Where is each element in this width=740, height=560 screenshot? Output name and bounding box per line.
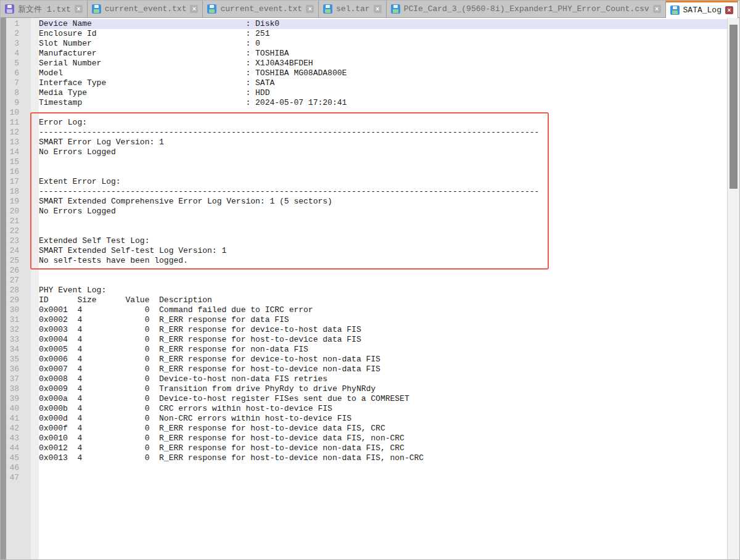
editor-line[interactable]: ID Size Value Description bbox=[39, 295, 727, 305]
tab-sata-log[interactable]: SATA_Log× bbox=[666, 1, 738, 18]
editor-line[interactable]: 0x0004 4 0 R_ERR response for host-to-de… bbox=[39, 335, 727, 345]
line-number: 7 bbox=[6, 78, 31, 88]
editor-line[interactable]: Timestamp : 2024-05-07 17:20:41 bbox=[39, 98, 727, 108]
line-number: 14 bbox=[6, 147, 31, 157]
editor-line[interactable]: 0x000f 4 0 R_ERR response for host-to-de… bbox=[39, 424, 727, 434]
line-number: 45 bbox=[6, 453, 31, 463]
line-number: 28 bbox=[6, 286, 31, 295]
tab-close-icon[interactable]: × bbox=[190, 5, 198, 13]
text-editor-window: 新文件 1.txt×current_event.txt×current_even… bbox=[0, 0, 740, 560]
editor-line[interactable]: 0x0008 4 0 Device-to-host non-data FIS r… bbox=[39, 374, 727, 384]
editor-line[interactable]: 0x0006 4 0 R_ERR response for device-to-… bbox=[39, 355, 727, 364]
editor-line[interactable]: 0x0013 4 0 R_ERR response for host-to-de… bbox=[39, 453, 727, 463]
editor-line[interactable]: No self-tests have been logged. bbox=[39, 256, 727, 266]
line-number: 6 bbox=[6, 68, 31, 78]
editor-line[interactable]: SMART Extended Self-test Log Version: 1 bbox=[39, 246, 727, 256]
vertical-scrollbar[interactable] bbox=[727, 18, 739, 559]
line-number: 27 bbox=[6, 276, 31, 286]
tab-close-icon[interactable]: × bbox=[374, 5, 382, 13]
editor-line[interactable] bbox=[39, 226, 727, 236]
editor-line[interactable]: SMART Extended Comprehensive Error Log V… bbox=[39, 197, 727, 207]
editor-line[interactable]: 0x0002 4 0 R_ERR response for data FIS bbox=[39, 315, 727, 325]
editor-line[interactable]: 0x0012 4 0 R_ERR response for host-to-de… bbox=[39, 443, 727, 453]
editor-line[interactable]: Manufacturer : TOSHIBA bbox=[39, 49, 727, 59]
editor-line[interactable]: Error Log: bbox=[39, 118, 727, 128]
editor-line[interactable]: SMART Error Log Version: 1 bbox=[39, 138, 727, 147]
floppy-label bbox=[7, 9, 12, 13]
floppy-disk-icon bbox=[670, 6, 680, 15]
tab-close-icon[interactable]: × bbox=[306, 5, 314, 13]
floppy-shutter bbox=[94, 5, 99, 8]
line-number: 44 bbox=[6, 443, 31, 453]
floppy-disk-icon bbox=[5, 4, 14, 14]
editor-line[interactable]: Model : TOSHIBA MG08ADA800E bbox=[39, 68, 727, 78]
floppy-label bbox=[325, 9, 331, 13]
editor-line[interactable]: Serial Number : X1J0A34BFDEH bbox=[39, 59, 727, 68]
editor-line[interactable]: Enclosure Id : 251 bbox=[39, 29, 727, 39]
line-number: 22 bbox=[6, 226, 31, 236]
line-number: 26 bbox=[6, 266, 31, 276]
line-number: 12 bbox=[6, 128, 31, 138]
editor-line[interactable]: 0x0003 4 0 R_ERR response for device-to-… bbox=[39, 325, 727, 335]
floppy-disk-icon bbox=[323, 4, 332, 14]
floppy-label bbox=[672, 10, 678, 14]
editor-line[interactable]: ----------------------------------------… bbox=[39, 187, 727, 197]
text-content[interactable]: Device Name : Disk0Enclosure Id : 251Slo… bbox=[39, 18, 727, 559]
editor-line[interactable]: PHY Event Log: bbox=[39, 286, 727, 295]
editor-line[interactable]: 0x0007 4 0 R_ERR response for host-to-de… bbox=[39, 364, 727, 374]
tab-label: PCIe_Card_3_(9560-8i)_Expander1_PHY_Erro… bbox=[404, 4, 649, 14]
tab-close-icon[interactable]: × bbox=[653, 5, 661, 13]
line-number: 29 bbox=[6, 295, 31, 305]
editor-line[interactable] bbox=[39, 167, 727, 177]
editor-line[interactable]: Slot Number : 0 bbox=[39, 39, 727, 49]
editor-line[interactable]: 0x0009 4 0 Transition from drive PhyRdy … bbox=[39, 384, 727, 394]
floppy-disk-icon bbox=[391, 4, 400, 14]
editor-line[interactable] bbox=[39, 276, 727, 286]
line-number: 2 bbox=[6, 29, 31, 39]
floppy-label bbox=[393, 9, 398, 13]
editor-line[interactable]: 0x000b 4 0 CRC errors within host-to-dev… bbox=[39, 404, 727, 414]
editor-line[interactable]: Media Type : HDD bbox=[39, 88, 727, 98]
editor-line[interactable] bbox=[39, 216, 727, 226]
editor-line[interactable]: 0x000a 4 0 Device-to-host register FISes… bbox=[39, 394, 727, 404]
editor-line[interactable]: No Errors Logged bbox=[39, 147, 727, 157]
line-number: 16 bbox=[6, 167, 31, 177]
line-number: 24 bbox=[6, 246, 31, 256]
editor-line[interactable] bbox=[39, 157, 727, 167]
tab-label: current_event.txt bbox=[220, 4, 302, 14]
editor-line[interactable]: Device Name : Disk0 bbox=[39, 19, 727, 29]
editor-line[interactable]: Interface Type : SATA bbox=[39, 78, 727, 88]
editor-area: 1234567891011121314151617181920212223242… bbox=[1, 18, 739, 559]
tab-current-event-txt[interactable]: current_event.txt× bbox=[203, 1, 319, 17]
editor-line[interactable]: 0x0001 4 0 Command failed due to ICRC er… bbox=[39, 305, 727, 315]
tab-label: current_event.txt bbox=[105, 4, 187, 14]
editor-line[interactable]: Extent Error Log: bbox=[39, 177, 727, 187]
editor-line[interactable]: ----------------------------------------… bbox=[39, 128, 727, 138]
line-number: 36 bbox=[6, 364, 31, 374]
editor-line[interactable]: 0x000d 4 0 Non-CRC errors within host-to… bbox=[39, 414, 727, 424]
line-number: 15 bbox=[6, 157, 31, 167]
bookmark-margin bbox=[31, 18, 39, 559]
tab-close-icon[interactable]: × bbox=[75, 5, 83, 13]
editor-line[interactable]: Extended Self Test Log: bbox=[39, 236, 727, 246]
tab-1-txt[interactable]: 新文件 1.txt× bbox=[1, 1, 88, 17]
scrollbar-thumb[interactable] bbox=[730, 25, 738, 189]
floppy-disk-icon bbox=[92, 4, 101, 14]
tab-current-event-txt[interactable]: current_event.txt× bbox=[88, 1, 204, 17]
floppy-shutter bbox=[393, 5, 398, 8]
tab-close-icon[interactable]: × bbox=[725, 6, 733, 14]
editor-line[interactable] bbox=[39, 463, 727, 473]
editor-line[interactable] bbox=[39, 473, 727, 483]
editor-line[interactable] bbox=[39, 108, 727, 118]
line-number: 20 bbox=[6, 207, 31, 216]
editor-line[interactable]: 0x0010 4 0 R_ERR response for host-to-de… bbox=[39, 434, 727, 443]
editor-line[interactable] bbox=[39, 266, 727, 276]
floppy-label bbox=[94, 9, 99, 13]
line-number: 41 bbox=[6, 414, 31, 424]
tab-pcie-card-3-9560-8i-expander1-phy-error-count-csv[interactable]: PCIe_Card_3_(9560-8i)_Expander1_PHY_Erro… bbox=[387, 1, 666, 17]
tab-sel-tar[interactable]: sel.tar× bbox=[319, 1, 387, 17]
line-number: 35 bbox=[6, 355, 31, 364]
editor-line[interactable]: 0x0005 4 0 R_ERR response for non-data F… bbox=[39, 345, 727, 355]
editor-line[interactable]: No Errors Logged bbox=[39, 207, 727, 216]
line-number-gutter[interactable]: 1234567891011121314151617181920212223242… bbox=[6, 18, 31, 559]
